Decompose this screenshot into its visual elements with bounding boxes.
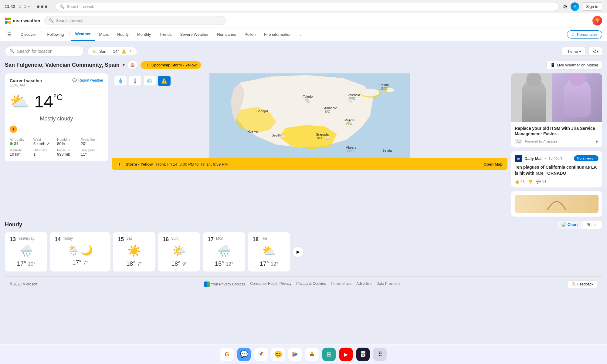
day-18-header: 18 Tue xyxy=(253,236,285,243)
air-quality-item: Air quality 34 xyxy=(10,138,32,146)
browser-icon-3: • xyxy=(28,5,29,9)
search-icon: 🔍 xyxy=(59,4,64,9)
day-16-icon: 🌤️ xyxy=(172,244,186,257)
nav-item-pollen[interactable]: Pollen xyxy=(240,28,260,41)
feedback-button[interactable]: 📋 Feedback xyxy=(567,280,597,288)
sign-in-button[interactable]: Sign in xyxy=(582,2,602,11)
report-weather-button[interactable]: 💬 Report weather xyxy=(72,78,103,83)
footer: © 2025 Microsoft Your Privacy Choices Co… xyxy=(5,276,602,292)
ad-card: Replace your old ITSM with Jira Service … xyxy=(511,73,602,147)
storm-name: Storm - Yellow xyxy=(126,162,153,167)
nav-item-discover[interactable]: Discover xyxy=(16,28,40,41)
day-17-high: 15° xyxy=(215,260,224,267)
list-view-button[interactable]: ⊞ List xyxy=(582,220,602,229)
chart-view-button[interactable]: 📊 Chart xyxy=(557,220,582,229)
nav-item-monthly[interactable]: Monthly xyxy=(133,28,155,41)
feels-like-label: Feels like xyxy=(81,138,103,141)
map-warning-btn[interactable]: ⚠️ xyxy=(158,76,171,86)
day-14-high: 17° xyxy=(72,259,81,266)
news-like-button[interactable]: 👍 68 xyxy=(515,180,524,184)
nav-item-fire[interactable]: Fire information xyxy=(260,28,296,41)
scroll-right-button[interactable]: ▶ xyxy=(293,246,304,257)
more-news-button[interactable]: More news › xyxy=(574,155,599,161)
location-heading: San Fulgencio, Valencian Community, Spai… xyxy=(5,60,602,70)
browser-url-bar[interactable]: 🔍 Search the web xyxy=(55,2,559,11)
day-17-icon: 🌧️ xyxy=(217,244,231,257)
cw-title-group: Current weather 11:41 AM xyxy=(10,78,42,87)
map-wind-btn[interactable]: 💨 xyxy=(143,76,156,86)
consumer-health-link[interactable]: Consumer Health Privacy xyxy=(250,281,291,287)
privacy-shield-icon xyxy=(204,281,210,287)
unit-button[interactable]: °C ▾ xyxy=(588,47,602,56)
advertise-link[interactable]: Advertise xyxy=(356,281,371,287)
data-providers-link[interactable]: Data Providers xyxy=(376,281,400,287)
current-weather-icon: ⛅ xyxy=(10,92,29,111)
day-15-header: 15 Sat xyxy=(118,236,151,243)
nav-item-weather[interactable]: Weather xyxy=(71,28,95,41)
svg-text:🌤️: 🌤️ xyxy=(347,120,352,126)
wind-item: Wind 5 km/h ↗ xyxy=(33,138,56,146)
svg-text:10°C: 10°C xyxy=(317,136,323,140)
nav-item-maps[interactable]: Maps xyxy=(95,28,113,41)
ad-title: Replace your old ITSM with Jira Service … xyxy=(515,126,599,136)
nav-label-hurricanes: Hurricanes xyxy=(217,32,236,37)
nav-item-severe[interactable]: Severe Weather xyxy=(176,28,213,41)
settings-icon[interactable]: ⚙ xyxy=(563,3,568,10)
nav-item-hurricanes[interactable]: Hurricanes xyxy=(213,28,240,41)
privacy-cookies-link[interactable]: Privacy & Cookies xyxy=(296,281,326,287)
personalize-button[interactable]: ☆ Personalize xyxy=(567,30,602,39)
day-16-high: 18° xyxy=(171,260,180,267)
cw-left: ⛅ xyxy=(10,92,29,111)
chat-icon: 💬 xyxy=(72,78,77,83)
saved-location-tab[interactable]: ⛅ San ... 14° ⚠️ ⋮ xyxy=(87,47,137,56)
location-name: San Fulgencio, Valencian Community, Spai… xyxy=(5,62,120,68)
day-card-17: 17 Mon 🌧️ 15° 12° xyxy=(203,232,245,271)
theme-button[interactable]: Theme ▾ xyxy=(562,47,585,56)
hourly-scroll[interactable]: 13 Yesterday 🌧️ 17° 10° 14 Today 🌦️ 🌙 xyxy=(5,232,602,273)
weather-grid: Current weather 11:41 AM 💬 Report weathe… xyxy=(5,73,602,217)
news-dislike-button[interactable]: 👎 xyxy=(528,180,533,184)
dot-1 xyxy=(37,5,39,8)
home-icon-button[interactable]: 🏠 xyxy=(128,60,137,70)
comment-icon: 💬 xyxy=(536,180,541,184)
live-weather-button[interactable]: 📱 Live Weather on Mobile xyxy=(546,61,602,69)
news-headline[interactable]: Ten plagues of California continue as LA… xyxy=(515,164,599,176)
nav-bar: ☰ Discover Following Weather Maps Hourly… xyxy=(0,28,607,41)
day-card-14: 14 Today 🌦️ 🌙 17° 7° xyxy=(50,232,110,271)
terms-link[interactable]: Terms of use xyxy=(331,281,352,287)
map-temp-btn[interactable]: 🌡️ xyxy=(129,76,141,86)
day-card-15: 15 Sat ☀️ 18° 7° xyxy=(113,232,155,271)
map-controls: 💧 🌡️ 💨 ⚠️ xyxy=(114,76,171,86)
feedback-icon: 📋 xyxy=(571,282,576,286)
comments-count: 14 xyxy=(542,180,546,184)
day-18-high: 17° xyxy=(260,260,269,267)
day-18-low: 12° xyxy=(271,261,278,267)
svg-text:8°C: 8°C xyxy=(325,110,330,113)
news-comment-button[interactable]: 💬 14 xyxy=(536,180,546,184)
svg-text:🌦️: 🌦️ xyxy=(305,98,310,103)
day-13-label: Yesterday xyxy=(18,236,34,241)
nav-item-hourly[interactable]: Hourly xyxy=(113,28,133,41)
day-14-temps: 17° 7° xyxy=(72,259,88,266)
rewards-icon[interactable]: M xyxy=(571,2,579,11)
open-map-button[interactable]: Open Map xyxy=(483,162,503,167)
nav-separator-2 xyxy=(70,31,70,37)
msn-search-bar[interactable]: 🔍 Search the web xyxy=(44,16,226,25)
nav-more-button[interactable]: ... xyxy=(296,31,305,38)
person-head-right xyxy=(569,73,586,86)
search-location-input[interactable]: 🔍 Search for location xyxy=(5,46,84,56)
map-rain-btn[interactable]: 💧 xyxy=(114,76,127,86)
nav-item-trends[interactable]: Trends xyxy=(155,28,176,41)
day-card-16: 16 Sun 🌤️ 18° 9° xyxy=(158,232,200,271)
msn-logo: msn weather xyxy=(5,18,41,24)
location-chevron-icon[interactable]: ▾ xyxy=(123,62,125,67)
ad-report-icon[interactable]: ▶ xyxy=(596,139,599,143)
map-card: 💧 🌡️ 💨 ⚠️ xyxy=(112,73,507,170)
hamburger-menu[interactable]: ☰ xyxy=(5,29,14,40)
cw-time: 11:41 AM xyxy=(10,83,42,87)
day-16-low: 9° xyxy=(182,261,187,267)
privacy-choices-link[interactable]: Your Privacy Choices xyxy=(204,281,246,287)
nav-item-following[interactable]: Following xyxy=(43,28,68,41)
day-14-low: 7° xyxy=(83,260,88,266)
right-arrow-icon: ▶ xyxy=(297,249,300,254)
